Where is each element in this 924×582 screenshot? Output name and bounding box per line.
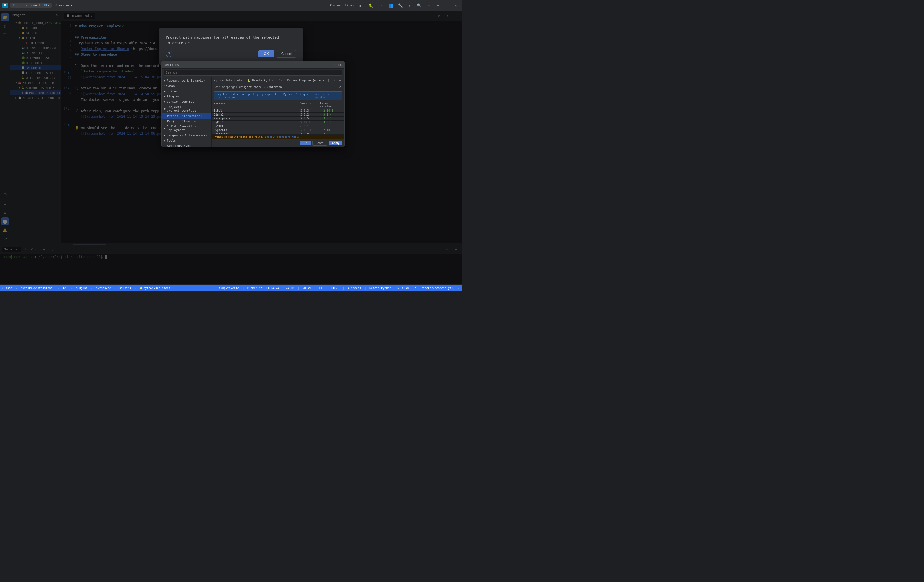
packages-warning: Python packaging tools not found. Instal… — [211, 135, 345, 139]
pkg-jinja2[interactable]: Jinja23.1.2↑ 3.1.4 — [211, 113, 345, 117]
banner-link[interactable]: Go to tool window — [315, 93, 340, 99]
editor-label: Editor — [167, 89, 178, 93]
window-controls: ─ □ ✕ — [434, 2, 460, 10]
tools-icon[interactable]: 🔧 — [396, 2, 404, 10]
pkg-unidecode[interactable]: Unidecode1.3.81.3.8 — [211, 132, 345, 135]
settings-body: ▶ Appearance & Behavior Keymap ▶ Editor … — [162, 77, 345, 147]
close-button[interactable]: ✕ — [452, 2, 460, 10]
more-run-options[interactable]: ⋯ — [377, 2, 385, 10]
run-config[interactable]: Current File ▾ — [330, 3, 355, 7]
interpreter-add-icon[interactable]: + — [338, 78, 342, 82]
settings-plugins[interactable]: ▶ Plugins — [162, 94, 211, 99]
pkg-pyyaml[interactable]: PyYAML6.0.1 — [211, 124, 345, 128]
project-name: public_odoo_18 — [16, 3, 43, 7]
status-sep-12: | — [365, 286, 366, 289]
line-col-label: 20:49 — [302, 286, 311, 289]
plugins-label: plugins — [76, 286, 87, 289]
plugins-chevron: ▶ — [164, 95, 166, 98]
tools-chevron: ▶ — [164, 139, 166, 143]
status-pycharm[interactable]: pycharm-professional — [21, 286, 54, 289]
ai-icon[interactable]: ✦ — [406, 2, 414, 10]
packages-header: Package Version Latest version — [211, 101, 345, 109]
cancel-button[interactable]: Cancel — [277, 50, 296, 58]
settings-settings-sync[interactable]: Settings Sync — [162, 143, 211, 147]
pkg-babel[interactable]: Babel2.0.3↑ 2.16.0 — [211, 109, 345, 113]
settings-python-interpreter[interactable]: Python Interpreter: — [162, 113, 211, 118]
debug-button[interactable]: 🐛 — [367, 2, 375, 10]
path-mapping-expand-icon[interactable]: ⤢ — [338, 85, 342, 89]
warning-icon: ⚠ — [458, 286, 460, 289]
status-sep-6: › — [134, 286, 136, 289]
settings-appearance[interactable]: ▶ Appearance & Behavior — [162, 78, 211, 83]
ok-button[interactable]: OK — [258, 50, 274, 58]
settings-tools[interactable]: ▶ Tools — [162, 138, 211, 143]
settings-languages[interactable]: ▶ Languages & Frameworks — [162, 133, 211, 138]
title-bar-right: 👥 🔧 ✦ 🔍 ⋯ ─ □ ✕ — [387, 2, 460, 10]
status-num: 429 — [63, 286, 68, 289]
vcs-chevron: ▶ — [164, 100, 166, 104]
search-icon[interactable]: 🔍 — [415, 2, 423, 10]
appearance-chevron: ▶ — [164, 79, 166, 82]
status-indent[interactable]: 4 spaces — [348, 286, 361, 289]
blue-banner: Try the redesigned packaging support in … — [214, 91, 342, 100]
status-sep-1: › — [16, 286, 17, 289]
status-git[interactable]: 5 Δ/up-to-date — [215, 286, 239, 289]
status-interpreter[interactable]: Remote Python 3.12.3 Doc...o_18/docker-c… — [370, 286, 455, 289]
packages-area: Package Version Latest version Babel2.0.… — [211, 101, 345, 147]
status-sep-7: | — [243, 286, 244, 289]
path-mapping-field-value: <Project root> → /mnt/repo — [238, 85, 337, 89]
settings-restore-icon[interactable]: □ — [337, 63, 339, 67]
keymap-label: Keymap — [164, 84, 175, 88]
interpreter-field-value: Remote Python 3.12.3 Docker Compose (odo… — [252, 79, 331, 82]
path-mapping-row: Path mappings: <Project root> → /mnt/rep… — [211, 84, 345, 90]
col-version: Version — [300, 102, 320, 108]
interpreter-gear-icon[interactable]: ⚙ — [332, 78, 337, 82]
minimize-button[interactable]: ─ — [434, 2, 442, 10]
maximize-button[interactable]: □ — [443, 2, 451, 10]
status-lf[interactable]: LF — [319, 286, 323, 289]
settings-editor[interactable]: ▶ Editor — [162, 89, 211, 94]
settings-keymap[interactable]: Keymap — [162, 83, 211, 89]
pkg-pygments[interactable]: Pygments2.15.0↑ 2.18.0 — [211, 128, 345, 132]
settings-search-input[interactable] — [164, 70, 342, 76]
settings-vcs[interactable]: ▶ Version Control — [162, 99, 211, 104]
settings-ok-button[interactable]: OK — [300, 141, 311, 146]
pkg-markupsafe[interactable]: MarkupSafe2.1.5↑ 3.0.2 — [211, 117, 345, 120]
interpreter-label: Remote Python 3.12.3 Doc...o_18/docker-c… — [370, 286, 455, 289]
indent-label: 4 spaces — [348, 286, 361, 289]
skeletons-icon: 📁 — [139, 286, 143, 289]
apply-button[interactable]: Apply — [329, 141, 342, 146]
settings-project[interactable]: ▼ Project: project_template — [162, 104, 211, 113]
settings-project-structure[interactable]: Project Structure — [162, 118, 211, 124]
skeletons-label: python-skeletons — [144, 286, 170, 289]
helpers-label: helpers — [119, 286, 131, 289]
settings-tree: ▶ Appearance & Behavior Keymap ▶ Editor … — [162, 77, 211, 147]
settings-close-icon[interactable]: ✕ — [340, 63, 342, 67]
title-bar: P P1 public_odoo_18 18 ▾ ⎇ master ▾ Curr… — [0, 0, 462, 11]
status-encoding[interactable]: UTF-8 — [331, 286, 340, 289]
settings-cancel-button[interactable]: Cancel — [312, 140, 327, 146]
collab-icon[interactable]: 👥 — [387, 2, 395, 10]
settings-icon[interactable]: ⋯ — [425, 2, 432, 10]
status-snap[interactable]: ⬡ snap — [2, 286, 12, 289]
status-skeletons: 📁 python-skeletons — [139, 286, 170, 289]
path-mapping-dialog: Project path mappings for all usages of … — [159, 28, 303, 65]
status-blame[interactable]: Blame: You 11/14/24, 3:24 PM — [248, 286, 294, 289]
run-button[interactable]: ▶ — [357, 2, 365, 10]
install-link[interactable]: Install packaging tools — [265, 135, 300, 138]
blame-label: Blame: You 11/14/24, 3:24 PM — [248, 286, 294, 289]
settings-build[interactable]: ▶ Build, Execution, Deployment — [162, 124, 211, 133]
python-interpreter-label: Python Interpreter: — [167, 114, 202, 118]
branch-selector[interactable]: ⎇ master ▾ — [54, 3, 72, 7]
settings-minimize-icon[interactable]: ─ — [334, 63, 336, 67]
status-sep-2: › — [58, 286, 59, 289]
vcs-label: Version Control — [167, 100, 194, 104]
status-line-col[interactable]: 20:49 — [302, 286, 311, 289]
pkg-pypdf2[interactable]: PyPDF22.12.1↑ 3.0.1 — [211, 120, 345, 124]
help-icon[interactable]: ? — [166, 51, 172, 57]
settings-title-label: Settings — [164, 63, 179, 67]
interpreter-row: Python Interpreter: 🐍 Remote Python 3.12… — [211, 77, 345, 84]
project-selector[interactable]: P1 public_odoo_18 18 ▾ — [10, 3, 52, 8]
project-chevron: ▼ — [164, 107, 166, 111]
settings-popup: Settings ─ □ ✕ ▶ Appearance & Behavior K… — [161, 61, 345, 147]
